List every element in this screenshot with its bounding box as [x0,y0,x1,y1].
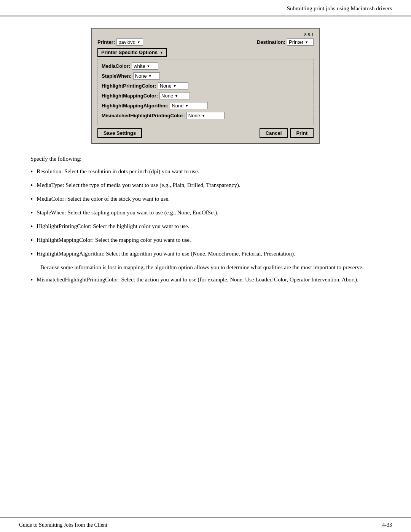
printer-options-label: Printer Specific Options [101,50,158,55]
header-title: Submitting print jobs using Macintosh dr… [287,5,392,11]
printer-select[interactable]: pavlovq ▼ [116,38,143,46]
bullet-list: • Resolution: Select the resolution in d… [30,167,381,259]
highlight-mapping-color-select[interactable]: None ▼ [159,92,190,99]
bullet-text-5: HighlightPrintingColor: Select the highl… [37,222,189,231]
highlight-mapping-algorithm-label: HighlightMappingAlgorithm: [102,103,168,109]
highlight-printing-color-arrow-icon: ▼ [173,84,177,88]
bullet-text-2: MediaType: Select the type of media you … [37,181,240,190]
bullet-icon: • [30,194,33,204]
dialog-footer-right: Cancel Print [260,128,314,138]
destination-label: Destination: [257,39,285,45]
highlight-mapping-algorithm-row: HighlightMappingAlgorithm: None ▼ [102,102,309,109]
dialog-options-area: MediaColor: white ▼ StapleWhen: None ▼ [97,59,314,125]
highlight-mapping-algorithm-arrow-icon: ▼ [185,104,189,108]
staple-when-arrow-icon: ▼ [148,74,152,78]
list-item: • HighlightPrintingColor: Select the hig… [30,222,381,232]
mismatched-highlight-value: None [188,113,200,118]
list-item: • MediaColor: Select the color of the st… [30,195,381,204]
staple-when-select[interactable]: None ▼ [133,72,160,80]
highlight-mapping-color-row: HighlightMappingColor: None ▼ [102,92,309,99]
staple-when-label: StapleWhen: [102,73,132,79]
list-item: • Resolution: Select the resolution in d… [30,167,381,177]
mismatched-highlight-arrow-icon: ▼ [202,114,205,118]
dialog-wrapper: 8.5.1 Printer: pavlovq ▼ Destination: Pr… [30,28,381,144]
bullet-text-3: MediaColor: Select the color of the stoc… [37,195,170,203]
bullet-icon: • [30,181,33,191]
page-footer: Guide to Submitting Jobs from the Client… [0,518,411,532]
highlight-mapping-algorithm-value: None [172,103,183,109]
bullet-text-4: StapleWhen: Select the stapling option y… [37,208,218,217]
page-content: 8.5.1 Printer: pavlovq ▼ Destination: Pr… [0,16,411,312]
footer-left: Guide to Submitting Jobs from the Client [19,522,107,528]
destination-arrow-icon: ▼ [305,40,308,44]
save-settings-button[interactable]: Save Settings [97,128,142,138]
print-button[interactable]: Print [290,128,314,138]
indent-paragraph: Because some information is lost in mapp… [40,263,381,272]
printer-label: Printer: [97,39,115,45]
bullet-icon: • [30,275,33,285]
highlight-mapping-color-arrow-icon: ▼ [175,94,178,98]
list-item: • StapleWhen: Select the stapling option… [30,208,381,218]
staple-when-row: StapleWhen: None ▼ [102,72,309,80]
list-item: • MismatchedHighlightPrintingColor: Sele… [30,275,381,285]
highlight-mapping-algorithm-select[interactable]: None ▼ [170,102,208,109]
page-header: Submitting print jobs using Macintosh dr… [0,0,411,16]
list-item: • MediaType: Select the type of media yo… [30,181,381,191]
destination-select[interactable]: Printer ▼ [287,38,314,46]
media-color-label: MediaColor: [102,63,130,69]
cancel-button[interactable]: Cancel [260,128,288,138]
printer-options-button[interactable]: Printer Specific Options ▼ [97,48,167,57]
dialog-footer: Save Settings Cancel Print [97,128,314,138]
mismatched-highlight-label: MismatchedHighlightPrintingColor: [102,113,185,118]
highlight-printing-color-label: HighlightPrintingColor: [102,83,156,89]
highlight-printing-color-row: HighlightPrintingColor: None ▼ [102,82,309,89]
bullet-icon: • [30,167,33,177]
bullet-icon: • [30,249,33,259]
media-color-row: MediaColor: white ▼ [102,62,309,70]
list-item: • HighlightMappingColor: Select the mapp… [30,236,381,246]
body-text: Specify the following: • Resolution: Sel… [30,155,381,285]
highlight-mapping-color-label: HighlightMappingColor: [102,93,158,99]
options-button-row: Printer Specific Options ▼ [97,48,314,57]
media-color-arrow-icon: ▼ [147,64,150,68]
last-bullet-text: MismatchedHighlightPrintingColor: Select… [37,275,358,284]
bullet-icon: • [30,222,33,232]
highlight-printing-color-select[interactable]: None ▼ [158,82,188,89]
highlight-printing-color-value: None [160,83,172,89]
dialog-box: 8.5.1 Printer: pavlovq ▼ Destination: Pr… [91,28,320,144]
highlight-mapping-color-value: None [161,93,173,99]
destination-value: Printer [289,39,303,45]
media-color-select[interactable]: white ▼ [132,62,158,70]
printer-arrow-icon: ▼ [137,40,140,44]
mismatched-highlight-row: MismatchedHighlightPrintingColor: None ▼ [102,112,309,119]
bullet-icon: • [30,235,33,246]
staple-when-value: None [135,73,147,79]
dialog-printer-row: Printer: pavlovq ▼ Destination: Printer … [97,38,314,46]
options-arrow-icon: ▼ [160,51,163,54]
footer-right: 4-33 [382,522,392,528]
last-bullet-list: • MismatchedHighlightPrintingColor: Sele… [30,275,381,285]
printer-value: pavlovq [118,39,135,45]
list-item: • HighlightMappingAlgorithm: Select the … [30,249,381,259]
bullet-text-1: Resolution: Select the resolution in dot… [37,167,199,176]
body-intro: Specify the following: [30,155,381,163]
media-color-value: white [134,63,145,69]
dialog-version: 8.5.1 [97,32,314,37]
mismatched-highlight-select[interactable]: None ▼ [186,112,225,119]
bullet-text-7: HighlightMappingAlgorithm: Select the al… [37,249,295,258]
bullet-text-6: HighlightMappingColor: Select the mappin… [37,236,191,244]
bullet-icon: • [30,208,33,218]
